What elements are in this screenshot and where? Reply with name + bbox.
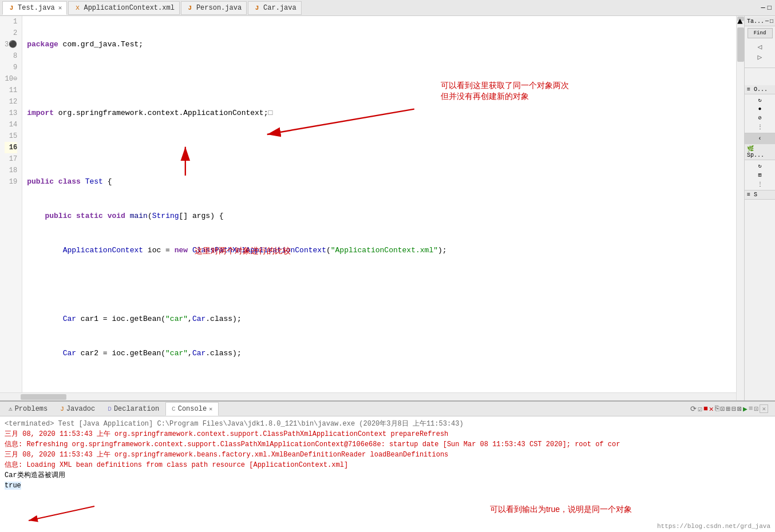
outline-section: Ta... ─ □ Find ◁ ▷ [745, 16, 775, 68]
annotation-bottom: 可以看到输出为true，说明是同一个对象 [490, 505, 632, 515]
panel-minimize-icon[interactable]: ─ [765, 18, 769, 25]
console-btn-6[interactable]: ⊟ [731, 404, 736, 414]
line-num-9: 9 [5, 62, 17, 73]
line-num-14: 14 [5, 119, 17, 130]
tab-problems[interactable]: ⚠ Problems [2, 402, 54, 416]
console-output[interactable]: <terminated> Test [Java Application] C:\… [0, 416, 775, 532]
outline-header: ≡ O... [745, 85, 775, 94]
line-num-8: 8 [5, 50, 17, 62]
back-icon[interactable]: ◁ [758, 42, 762, 51]
s-label: ≡ S [745, 190, 775, 200]
console-btn-copy[interactable]: ⎘ [715, 404, 719, 413]
code-line-3: import org.springframework.context.Appli… [27, 108, 731, 119]
code-line-13: Car car1 = ioc.getBean("car",Car.class); [27, 313, 731, 325]
console-btn-8[interactable]: ▶ [743, 404, 748, 414]
line-num-3: 3⚫ [5, 39, 17, 50]
editor-scroll[interactable]: 1 2 3⚫ 8 9 10⊖ 11 12 13 14 15 16 17 18 [0, 16, 736, 392]
bottom-tabs: ⚠ Problems J Javadoc D Declaration C Con… [0, 402, 775, 416]
console-line-2: 信息: Refreshing org.springframework.conte… [5, 439, 770, 450]
tab-console[interactable]: C Console ✕ [165, 402, 219, 416]
spring-icon3[interactable]: ⋮ [757, 181, 763, 188]
tab-declaration[interactable]: D Declaration [101, 402, 165, 416]
console-line-3: 三月 08, 2020 11:53:43 上午 org.springframew… [5, 450, 770, 460]
console-terminated-line: <terminated> Test [Java Application] C:\… [5, 419, 770, 429]
editor-container: 1 2 3⚫ 8 9 10⊖ 11 12 13 14 15 16 17 18 [0, 16, 744, 400]
tab-close-icon[interactable]: ✕ [58, 4, 62, 11]
console-close[interactable]: ✕ [760, 404, 768, 413]
code-line-12 [27, 279, 731, 291]
line-num-16: 16 [5, 142, 17, 153]
console-toolbar: ⟳ ☑ ■ ✕ ⎘ ⊡ ⊞ ⊟ ⊠ ▶ ≡ ⊡ ✕ [690, 404, 773, 414]
line-num-1: 1 [5, 16, 17, 27]
tab-javadoc-label: Javadoc [66, 405, 95, 413]
problems-icon: ⚠ [9, 405, 13, 412]
tab-label: Person.java [196, 4, 242, 12]
tab-test-java[interactable]: J Test.java ✕ [2, 1, 67, 15]
svg-line-5 [29, 506, 94, 521]
panel-spacer [745, 68, 775, 85]
console-btn-4[interactable]: ⊡ [721, 404, 725, 414]
console-btn-2[interactable]: ☑ [698, 404, 702, 414]
editor-area[interactable]: 1 2 3⚫ 8 9 10⊖ 11 12 13 14 15 16 17 18 [0, 16, 736, 400]
line-num-11: 11 [5, 85, 17, 96]
maximize-icon[interactable]: □ [768, 4, 772, 12]
minimize-icon[interactable]: ─ [761, 4, 765, 12]
link-icon[interactable]: ⊘ [758, 114, 761, 121]
forward-icon[interactable]: ▷ [758, 53, 762, 62]
spring-header: 🌿 Sp... [745, 144, 775, 160]
console-btn-9[interactable]: ≡ [749, 404, 753, 413]
tab-console-label: Console [178, 405, 207, 413]
line-num-12: 12 [5, 96, 17, 108]
java-file-icon: J [7, 4, 15, 12]
panel-label: Ta... [747, 18, 764, 25]
find-button[interactable]: Find [748, 28, 773, 38]
console-btn-stop[interactable]: ■ [703, 404, 708, 413]
declaration-icon: D [108, 406, 112, 412]
console-close-icon[interactable]: ✕ [209, 406, 212, 412]
spring-tools: ↻ ⊞ ⋮ [745, 160, 775, 190]
line-num-15: 15 [5, 130, 17, 142]
tab-person-java[interactable]: J Person.java [181, 1, 247, 15]
console-btn-x[interactable]: ✕ [709, 404, 714, 414]
main-area: 1 2 3⚫ 8 9 10⊖ 11 12 13 14 15 16 17 18 [0, 16, 775, 400]
spring-refresh[interactable]: ↻ [758, 162, 761, 169]
panel-divider[interactable]: ‹ [745, 133, 775, 144]
toolbar-icons: ◁ ▷ [757, 41, 764, 63]
console-btn-10[interactable]: ⊡ [754, 404, 759, 414]
line-num-19: 19 [5, 176, 17, 188]
vertical-scrollbar[interactable]: ▲ [736, 16, 744, 400]
v-scroll-thumb[interactable] [737, 27, 744, 62]
bottom-area: ⚠ Problems J Javadoc D Declaration C Con… [0, 400, 775, 532]
editor-region: 1 2 3⚫ 8 9 10⊖ 11 12 13 14 15 16 17 18 [0, 16, 744, 400]
panel-maximize-icon[interactable]: □ [770, 18, 773, 25]
code-line-8 [27, 142, 731, 153]
java-file-icon2: J [186, 4, 194, 12]
h-scroll-thumb[interactable] [21, 394, 66, 400]
expand-icon[interactable]: ⋮ [757, 124, 763, 130]
tab-label: Test.java [18, 4, 55, 12]
tab-javadoc[interactable]: J Javadoc [54, 402, 101, 416]
line-num-18: 18 [5, 165, 17, 176]
line-num-17: 17 [5, 153, 17, 165]
v-scroll-up[interactable]: ▲ [737, 17, 744, 21]
tab-app-context[interactable]: X ApplicationContext.xml [68, 1, 179, 15]
console-icon: C [172, 406, 176, 412]
code-line-2 [27, 73, 731, 85]
console-line-5: Car类构造器被调用 [5, 470, 770, 481]
url-bar: https://blog.csdn.net/grd_java [657, 523, 770, 530]
tab-label: ApplicationContext.xml [84, 4, 174, 12]
code-line-14: Car car2 = ioc.getBean("car",Car.class); [27, 348, 731, 359]
spring-icon2[interactable]: ⊞ [758, 172, 761, 178]
console-btn-1[interactable]: ⟳ [690, 404, 697, 414]
code-line-15 [27, 382, 731, 392]
code-editor[interactable]: package com.grd_java.Test; import org.sp… [22, 16, 736, 392]
console-btn-5[interactable]: ⊞ [726, 404, 730, 414]
tab-car-java[interactable]: J Car.java [248, 1, 302, 15]
horizontal-scrollbar[interactable] [0, 392, 736, 400]
refresh-icon[interactable]: ↻ [758, 97, 761, 104]
collapse-icon[interactable]: ● [758, 106, 761, 112]
console-btn-7[interactable]: ⊠ [737, 404, 742, 414]
console-line-1: 三月 08, 2020 11:53:43 上午 org.springframew… [5, 429, 770, 439]
bottom-tabs-row: ⚠ Problems J Javadoc D Declaration C Con… [0, 402, 775, 416]
code-line-9: public class Test { [27, 176, 731, 188]
